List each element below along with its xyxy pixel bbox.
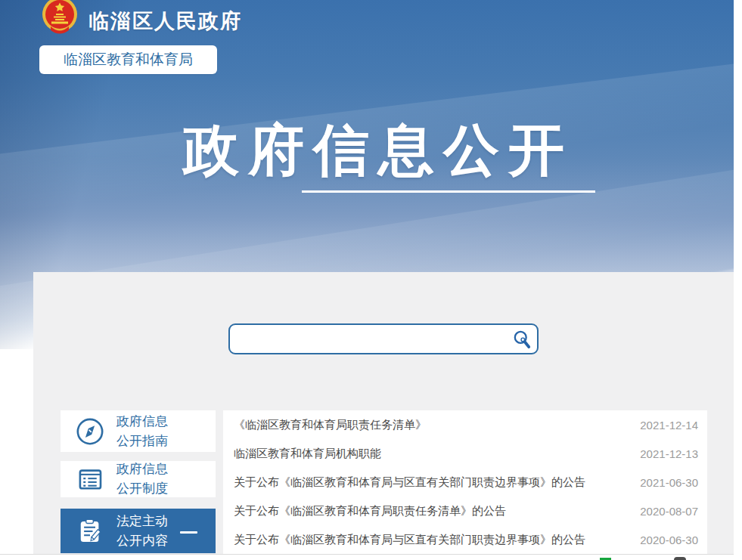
title-underline (302, 190, 595, 193)
article-title[interactable]: 临淄区教育和体育局机构职能 (234, 447, 381, 461)
list-item[interactable]: 关于公布《临淄区教育和体育局与区直有关部门职责边界事项》的公告 2021-06-… (223, 468, 707, 497)
partial-icon-dark (674, 557, 686, 560)
page: 临淄区人民政府 临淄区教育和体育局 政府信息公开 (0, 0, 742, 560)
search-icon (511, 329, 532, 350)
org-name-button[interactable]: 临淄区教育和体育局 (39, 45, 217, 74)
article-date: 2021-12-14 (640, 419, 698, 432)
article-list: 《临淄区教育和体育局职责任务清单》 2021-12-14 临淄区教育和体育局机构… (223, 410, 707, 554)
list-item[interactable]: 关于公布《临淄区教育和体育局与区直有关部门职责边界事项》的公告 2020-06-… (223, 525, 707, 554)
article-date: 2021-06-30 (640, 476, 698, 489)
sidebar-item-label: 政府信息 公开指南 (116, 412, 168, 451)
site-name: 临淄区人民政府 (88, 8, 242, 35)
sidebar-item-label: 政府信息 公开制度 (116, 459, 168, 499)
search-input[interactable] (230, 325, 507, 353)
article-date: 2021-12-13 (640, 447, 698, 460)
article-date: 2020-06-30 (640, 534, 698, 546)
compass-icon (74, 416, 106, 447)
sidebar-item-statutory-disclosure[interactable]: 法定主动 公开内容 (61, 509, 216, 553)
sidebar-item-open-rules[interactable]: 政府信息 公开制度 (61, 461, 216, 497)
bottom-divider (0, 554, 734, 555)
sidebar: 政府信息 公开指南 政 (61, 410, 216, 553)
article-date: 2020-08-07 (640, 505, 698, 518)
article-title[interactable]: 关于公布《临淄区教育和体育局与区直有关部门职责边界事项》的公告 (234, 475, 585, 490)
list-item[interactable]: 关于公布《临淄区教育和体育局职责任务清单》的公告 2020-08-07 (223, 497, 707, 525)
search-button[interactable] (507, 325, 537, 353)
ledger-icon (74, 463, 106, 495)
article-title[interactable]: 《临淄区教育和体育局职责任务清单》 (234, 418, 427, 432)
search-box (228, 323, 539, 354)
clipboard-pencil-icon (74, 515, 106, 547)
page-title: 政府信息公开 (174, 113, 582, 189)
list-item[interactable]: 临淄区教育和体育局机构职能 2021-12-13 (223, 439, 707, 468)
sidebar-item-open-guide[interactable]: 政府信息 公开指南 (61, 410, 216, 452)
list-item[interactable]: 《临淄区教育和体育局职责任务清单》 2021-12-14 (223, 410, 707, 439)
article-title[interactable]: 关于公布《临淄区教育和体育局职责任务清单》的公告 (234, 504, 506, 518)
site-brand: 临淄区人民政府 (42, 0, 242, 36)
content-panel: 政府信息 公开指南 政 (33, 272, 734, 554)
article-title[interactable]: 关于公布《临淄区教育和体育局与区直有关部门职责边界事项》的公告 (234, 533, 585, 547)
national-emblem-icon (42, 0, 78, 36)
collapse-minus-icon[interactable] (180, 531, 197, 534)
sidebar-item-label: 法定主动 公开内容 (116, 512, 168, 551)
